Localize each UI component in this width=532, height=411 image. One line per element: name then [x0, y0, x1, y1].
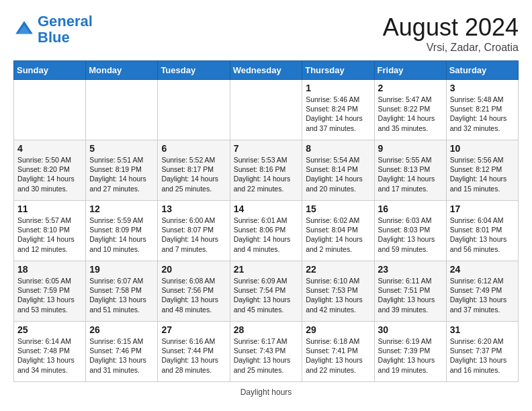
day-number: 29 — [306, 324, 370, 335]
day-number: 13 — [161, 203, 226, 214]
calendar-table: SundayMondayTuesdayWednesdayThursdayFrid… — [13, 60, 519, 382]
day-number: 15 — [306, 203, 370, 214]
calendar-week-3: 11Sunrise: 5:57 AMSunset: 8:10 PMDayligh… — [14, 201, 519, 261]
calendar-cell: 21Sunrise: 6:09 AMSunset: 7:54 PMDayligh… — [230, 261, 302, 322]
calendar-cell: 19Sunrise: 6:07 AMSunset: 7:58 PMDayligh… — [86, 261, 158, 322]
day-info: Sunrise: 5:56 AMSunset: 8:12 PMDaylight:… — [450, 155, 515, 193]
calendar-cell: 6Sunrise: 5:52 AMSunset: 8:17 PMDaylight… — [158, 140, 230, 201]
day-number: 19 — [89, 264, 154, 275]
day-number: 8 — [306, 143, 370, 154]
day-header-sunday: Sunday — [14, 61, 86, 80]
calendar-week-4: 18Sunrise: 6:05 AMSunset: 7:59 PMDayligh… — [14, 261, 519, 322]
calendar-cell: 11Sunrise: 5:57 AMSunset: 8:10 PMDayligh… — [14, 201, 86, 261]
calendar-cell: 13Sunrise: 6:00 AMSunset: 8:07 PMDayligh… — [158, 201, 230, 261]
calendar-cell: 5Sunrise: 5:51 AMSunset: 8:19 PMDaylight… — [86, 140, 158, 201]
day-info: Sunrise: 5:53 AMSunset: 8:16 PMDaylight:… — [234, 155, 299, 193]
day-header-tuesday: Tuesday — [158, 61, 230, 80]
day-header-wednesday: Wednesday — [230, 61, 302, 80]
logo-text: General Blue — [38, 13, 93, 46]
day-info: Sunrise: 5:54 AMSunset: 8:14 PMDaylight:… — [306, 155, 370, 193]
day-number: 2 — [378, 83, 443, 93]
day-info: Sunrise: 6:11 AMSunset: 7:51 PMDaylight:… — [378, 276, 443, 314]
day-number: 5 — [89, 143, 154, 154]
calendar-cell — [158, 80, 230, 140]
day-number: 7 — [234, 143, 299, 154]
day-number: 9 — [378, 143, 443, 154]
day-number: 31 — [450, 324, 515, 335]
day-info: Sunrise: 6:04 AMSunset: 8:01 PMDaylight:… — [450, 216, 515, 254]
day-number: 12 — [89, 203, 154, 214]
day-info: Sunrise: 6:02 AMSunset: 8:04 PMDaylight:… — [306, 216, 370, 254]
calendar-week-1: 1Sunrise: 5:46 AMSunset: 8:24 PMDaylight… — [14, 80, 519, 140]
day-number: 1 — [306, 83, 370, 93]
calendar-cell: 27Sunrise: 6:16 AMSunset: 7:44 PMDayligh… — [158, 322, 230, 382]
calendar-week-5: 25Sunrise: 6:14 AMSunset: 7:48 PMDayligh… — [14, 322, 519, 382]
day-number: 18 — [17, 264, 82, 275]
calendar-cell: 24Sunrise: 6:12 AMSunset: 7:49 PMDayligh… — [446, 261, 518, 322]
calendar-cell — [86, 80, 158, 140]
location: Vrsi, Zadar, Croatia — [383, 42, 519, 54]
day-number: 27 — [161, 324, 226, 335]
title-area: August 2024 Vrsi, Zadar, Croatia — [383, 13, 519, 54]
day-number: 25 — [17, 324, 82, 335]
footer-note: Daylight hours — [13, 387, 519, 397]
day-info: Sunrise: 6:19 AMSunset: 7:39 PMDaylight:… — [378, 336, 443, 375]
day-info: Sunrise: 6:10 AMSunset: 7:53 PMDaylight:… — [306, 276, 370, 314]
day-number: 11 — [17, 203, 82, 214]
day-number: 14 — [234, 203, 299, 214]
day-info: Sunrise: 6:12 AMSunset: 7:49 PMDaylight:… — [450, 276, 515, 314]
day-info: Sunrise: 6:07 AMSunset: 7:58 PMDaylight:… — [89, 276, 154, 314]
day-info: Sunrise: 5:55 AMSunset: 8:13 PMDaylight:… — [378, 155, 443, 193]
day-info: Sunrise: 6:16 AMSunset: 7:44 PMDaylight:… — [161, 336, 226, 375]
calendar-cell: 12Sunrise: 5:59 AMSunset: 8:09 PMDayligh… — [86, 201, 158, 261]
day-number: 10 — [450, 143, 515, 154]
day-header-friday: Friday — [374, 61, 446, 80]
month-year: August 2024 — [383, 13, 519, 42]
day-number: 22 — [306, 264, 370, 275]
day-number: 28 — [234, 324, 299, 335]
calendar-cell: 25Sunrise: 6:14 AMSunset: 7:48 PMDayligh… — [14, 322, 86, 382]
calendar-cell: 18Sunrise: 6:05 AMSunset: 7:59 PMDayligh… — [14, 261, 86, 322]
day-info: Sunrise: 6:14 AMSunset: 7:48 PMDaylight:… — [17, 336, 82, 375]
day-number: 30 — [378, 324, 443, 335]
day-number: 17 — [450, 203, 515, 214]
calendar-cell: 1Sunrise: 5:46 AMSunset: 8:24 PMDaylight… — [302, 80, 374, 140]
calendar-cell: 28Sunrise: 6:17 AMSunset: 7:43 PMDayligh… — [230, 322, 302, 382]
day-info: Sunrise: 6:09 AMSunset: 7:54 PMDaylight:… — [234, 276, 299, 314]
day-number: 24 — [450, 264, 515, 275]
day-info: Sunrise: 6:08 AMSunset: 7:56 PMDaylight:… — [161, 276, 226, 314]
day-number: 26 — [89, 324, 154, 335]
day-number: 21 — [234, 264, 299, 275]
day-info: Sunrise: 5:47 AMSunset: 8:22 PMDaylight:… — [378, 95, 443, 133]
calendar-cell: 8Sunrise: 5:54 AMSunset: 8:14 PMDaylight… — [302, 140, 374, 201]
calendar-cell: 4Sunrise: 5:50 AMSunset: 8:20 PMDaylight… — [14, 140, 86, 201]
calendar-cell: 20Sunrise: 6:08 AMSunset: 7:56 PMDayligh… — [158, 261, 230, 322]
logo: General Blue — [13, 13, 93, 46]
day-info: Sunrise: 6:20 AMSunset: 7:37 PMDaylight:… — [450, 336, 515, 375]
day-info: Sunrise: 5:51 AMSunset: 8:19 PMDaylight:… — [89, 155, 154, 193]
calendar-cell: 30Sunrise: 6:19 AMSunset: 7:39 PMDayligh… — [374, 322, 446, 382]
day-info: Sunrise: 5:46 AMSunset: 8:24 PMDaylight:… — [306, 95, 370, 133]
calendar-cell: 22Sunrise: 6:10 AMSunset: 7:53 PMDayligh… — [302, 261, 374, 322]
day-number: 20 — [161, 264, 226, 275]
day-info: Sunrise: 5:59 AMSunset: 8:09 PMDaylight:… — [89, 216, 154, 254]
day-header-thursday: Thursday — [302, 61, 374, 80]
day-info: Sunrise: 5:52 AMSunset: 8:17 PMDaylight:… — [161, 155, 226, 193]
day-header-monday: Monday — [86, 61, 158, 80]
day-info: Sunrise: 6:17 AMSunset: 7:43 PMDaylight:… — [234, 336, 299, 375]
calendar-cell: 3Sunrise: 5:48 AMSunset: 8:21 PMDaylight… — [446, 80, 518, 140]
calendar-cell: 7Sunrise: 5:53 AMSunset: 8:16 PMDaylight… — [230, 140, 302, 201]
day-info: Sunrise: 6:18 AMSunset: 7:41 PMDaylight:… — [306, 336, 370, 375]
day-number: 4 — [17, 143, 82, 154]
day-info: Sunrise: 5:50 AMSunset: 8:20 PMDaylight:… — [17, 155, 82, 193]
day-info: Sunrise: 6:01 AMSunset: 8:06 PMDaylight:… — [234, 216, 299, 254]
calendar-cell: 15Sunrise: 6:02 AMSunset: 8:04 PMDayligh… — [302, 201, 374, 261]
calendar-cell — [230, 80, 302, 140]
day-info: Sunrise: 6:05 AMSunset: 7:59 PMDaylight:… — [17, 276, 82, 314]
day-number: 16 — [378, 203, 443, 214]
calendar-cell: 23Sunrise: 6:11 AMSunset: 7:51 PMDayligh… — [374, 261, 446, 322]
day-number: 3 — [450, 83, 515, 93]
day-info: Sunrise: 6:15 AMSunset: 7:46 PMDaylight:… — [89, 336, 154, 375]
calendar-cell — [14, 80, 86, 140]
day-number: 6 — [161, 143, 226, 154]
